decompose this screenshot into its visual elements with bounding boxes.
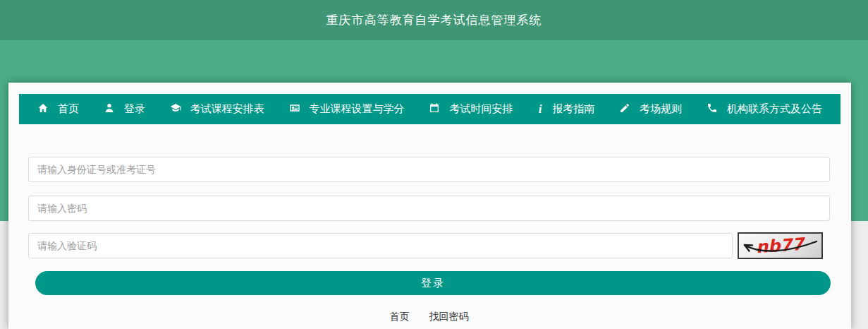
- captcha-text: nb77: [755, 234, 807, 257]
- captcha-image[interactable]: nb77: [738, 232, 823, 259]
- nav-item-label: 考试时间安排: [449, 102, 513, 116]
- nav-item-exam-room-rules[interactable]: 考场规则: [619, 102, 682, 116]
- main-content-panel: 首页 登录 考试课程安排表 专业课程设置与学分 考试时间安排: [8, 83, 851, 329]
- main-navbar: 首页 登录 考试课程安排表 专业课程设置与学分 考试时间安排: [19, 94, 841, 124]
- nav-item-label: 考场规则: [640, 102, 682, 116]
- phone-icon: [707, 102, 718, 116]
- nav-item-label: 专业课程设置与学分: [310, 102, 405, 116]
- login-form: nb77 登录 首页 找回密码: [28, 157, 830, 323]
- nav-item-label: 登录: [124, 102, 145, 116]
- password-input[interactable]: [28, 196, 830, 221]
- captcha-input[interactable]: [28, 233, 733, 258]
- calendar-icon: [429, 102, 440, 116]
- id-number-input[interactable]: [28, 157, 830, 182]
- user-icon: [104, 102, 115, 116]
- home-icon: [37, 102, 49, 116]
- pencil-icon: [619, 102, 630, 116]
- nav-item-major-courses-credits[interactable]: 专业课程设置与学分: [289, 102, 405, 116]
- captcha-row: nb77: [28, 233, 830, 259]
- nav-item-application-guide[interactable]: i 报考指南: [537, 102, 594, 116]
- nav-item-exam-course-schedule[interactable]: 考试课程安排表: [170, 102, 264, 116]
- nav-item-label: 首页: [58, 102, 79, 116]
- nav-item-contact-announcements[interactable]: 机构联系方式及公告: [707, 102, 822, 116]
- top-header-bar: 重庆市高等教育自学考试信息管理系统: [0, 0, 868, 40]
- login-button[interactable]: 登录: [35, 271, 831, 295]
- nav-item-label: 报考指南: [552, 102, 594, 116]
- graduation-cap-icon: [170, 102, 181, 116]
- footer-links: 首页 找回密码: [28, 311, 830, 323]
- nav-item-label: 机构联系方式及公告: [727, 102, 822, 116]
- nav-item-label: 考试课程安排表: [190, 102, 264, 116]
- nav-item-login[interactable]: 登录: [104, 102, 145, 116]
- home-link[interactable]: 首页: [390, 311, 410, 323]
- info-icon: i: [537, 104, 543, 115]
- recover-password-link[interactable]: 找回密码: [429, 311, 469, 323]
- nav-item-home[interactable]: 首页: [37, 102, 79, 116]
- newspaper-icon: [289, 102, 300, 116]
- page-title: 重庆市高等教育自学考试信息管理系统: [326, 12, 542, 28]
- nav-item-exam-time-schedule[interactable]: 考试时间安排: [429, 102, 513, 116]
